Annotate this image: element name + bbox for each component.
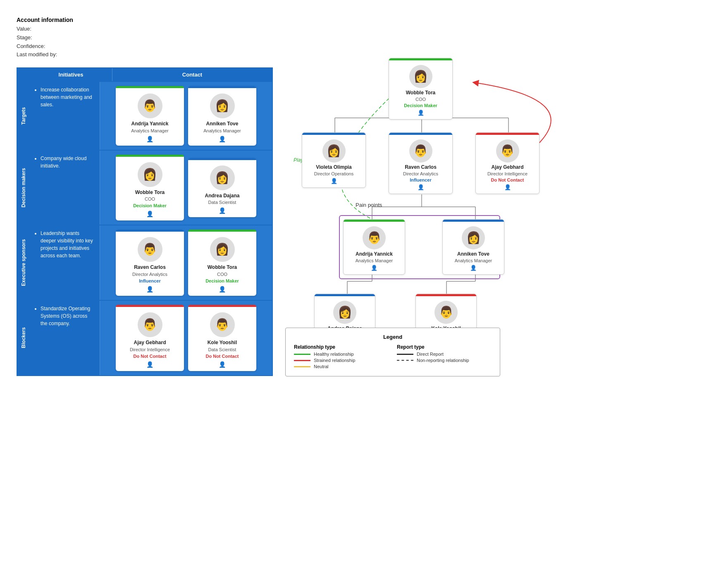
contact-ajay-blockers[interactable]: 👨 Ajay Gebhard Director Intelligence Do … xyxy=(116,305,184,371)
avatar: 👨 xyxy=(434,301,458,324)
avatar: 👨 xyxy=(210,312,235,337)
org-node-ajay[interactable]: 👨 Ajay Gebhard Director Intelligence Do … xyxy=(475,132,539,194)
account-stage: Stage: xyxy=(17,34,273,42)
node-bar xyxy=(416,294,476,296)
avatar: 👩 xyxy=(210,93,235,118)
legend-strained: Strained relationship xyxy=(294,358,389,363)
col-header-initiatives: Initiatives xyxy=(30,68,112,81)
person-icon: 👤 xyxy=(119,361,181,368)
node-bar xyxy=(315,294,375,296)
card-bar xyxy=(188,86,256,88)
legend-grid: Relationship type Healthy relationship S… xyxy=(294,344,492,370)
legend-healthy: Healthy relationship xyxy=(294,352,389,357)
org-node-andrija-right[interactable]: 👨 Andrija Yannick Analytics Manager 👤 xyxy=(343,219,405,275)
node-bar xyxy=(389,58,452,60)
contact-wobble-dm[interactable]: 👩 Wobble Tora COO Decision Maker 👤 xyxy=(116,155,184,221)
section-targets: Targets Increase collaboration between m… xyxy=(17,81,272,150)
avatar: 👨 xyxy=(138,312,162,337)
person-icon: 👤 xyxy=(119,286,181,292)
legend-relationship-title: Relationship type xyxy=(294,344,389,350)
contact-kole-blockers[interactable]: 👨 Kole Yooshil Data Scientist Do Not Con… xyxy=(188,305,256,371)
neutral-line xyxy=(294,366,310,367)
legend-report-col: Report type Direct Report Non-reporting … xyxy=(397,344,492,370)
person-icon: 👤 xyxy=(191,361,253,368)
section-label-targets: Targets xyxy=(17,82,30,150)
org-node-wobble-top[interactable]: 👩 Wobble Tora COO Decision Maker 👤 xyxy=(389,58,453,120)
contacts-executive-sponsors: 👨 Raven Carlos Director Analytics Influe… xyxy=(100,225,272,300)
contact-raven-es[interactable]: 👨 Raven Carlos Director Analytics Influe… xyxy=(116,230,184,296)
left-panel: Account information Value: Stage: Confid… xyxy=(17,17,273,376)
org-node-violeta[interactable]: 👩 Violeta Olimpia Director Operations 👤 xyxy=(302,132,366,188)
person-icon: 👤 xyxy=(393,110,448,116)
avatar: 👨 xyxy=(138,93,162,118)
col-header-contact: Contact xyxy=(112,68,272,81)
section-decision-makers: Decision makers Company wide cloud initi… xyxy=(17,150,272,225)
person-icon: 👤 xyxy=(480,184,535,190)
avatar: 👩 xyxy=(210,237,235,262)
card-bar xyxy=(188,305,256,307)
node-bar xyxy=(476,133,539,135)
avatar: 👩 xyxy=(333,301,356,324)
non-reporting-line xyxy=(397,360,413,361)
contacts-blockers: 👨 Ajay Gebhard Director Intelligence Do … xyxy=(100,301,272,375)
person-icon: 👤 xyxy=(191,207,253,214)
initiatives-executive-sponsors: Leadership wants deeper visibility into … xyxy=(30,225,100,300)
healthy-line xyxy=(294,354,310,355)
section-executive-sponsors: Executive sponsors Leadership wants deep… xyxy=(17,225,272,300)
person-icon: 👤 xyxy=(191,136,253,142)
account-title: Account information xyxy=(17,17,273,23)
avatar: 👩 xyxy=(409,65,432,88)
card-bar xyxy=(188,158,256,160)
legend-non-reporting: Non-reporting relationship xyxy=(397,358,492,363)
card-bar xyxy=(116,305,184,307)
contact-wobble-es[interactable]: 👩 Wobble Tora COO Decision Maker 👤 xyxy=(188,230,256,296)
account-last-modified: Last modified by: xyxy=(17,50,273,59)
org-node-anniken-right[interactable]: 👩 Anniken Tove Analytics Manager 👤 xyxy=(442,219,504,275)
avatar: 👨 xyxy=(363,226,386,249)
node-bar xyxy=(389,133,452,135)
person-icon: 👤 xyxy=(306,178,361,184)
card-bar xyxy=(188,230,256,232)
initiatives-table: Initiatives Contact Targets Increase col… xyxy=(17,67,273,376)
initiatives-blockers: Standardize Operating Systems (OS) acros… xyxy=(30,301,100,375)
avatar: 👩 xyxy=(322,139,346,163)
section-blockers: Blockers Standardize Operating Systems (… xyxy=(17,300,272,375)
legend-report-title: Report type xyxy=(397,344,492,350)
initiatives-targets: Increase collaboration between marketing… xyxy=(30,82,100,150)
section-label-blockers: Blockers xyxy=(17,301,30,375)
node-bar xyxy=(443,220,504,222)
legend: Legend Relationship type Healthy relatio… xyxy=(285,328,500,376)
section-label-decision-makers: Decision makers xyxy=(17,151,30,225)
card-bar xyxy=(116,155,184,157)
initiatives-decision-makers: Company wide cloud initiative. xyxy=(30,151,100,225)
legend-relationship-col: Relationship type Healthy relationship S… xyxy=(294,344,389,370)
legend-neutral: Neutral xyxy=(294,364,389,369)
card-bar xyxy=(116,230,184,232)
person-icon: 👤 xyxy=(191,286,253,292)
contact-anniken-targets[interactable]: 👩 Anniken Tove Analytics Manager 👤 xyxy=(188,86,256,146)
contact-andrea-dm[interactable]: 👩 Andrea Dajana Data Scientist 👤 xyxy=(188,158,256,218)
section-label-executive-sponsors: Executive sponsors xyxy=(17,225,30,300)
org-chart: Play tennis together Pain points 👩 Wobbl… xyxy=(285,17,715,389)
contacts-targets: 👨 Andrija Yannick Analytics Manager 👤 👩 … xyxy=(100,82,272,150)
avatar: 👨 xyxy=(409,139,432,163)
person-icon: 👤 xyxy=(348,265,401,271)
org-node-raven[interactable]: 👨 Raven Carlos Director Analytics Influe… xyxy=(389,132,453,194)
avatar: 👩 xyxy=(210,165,235,190)
node-bar xyxy=(302,133,365,135)
strained-line xyxy=(294,360,310,361)
right-panel: Play tennis together Pain points 👩 Wobbl… xyxy=(285,17,715,389)
contacts-decision-makers: 👩 Wobble Tora COO Decision Maker 👤 👩 And… xyxy=(100,151,272,225)
card-bar xyxy=(116,86,184,88)
person-icon: 👤 xyxy=(119,211,181,217)
contact-andrija-targets[interactable]: 👨 Andrija Yannick Analytics Manager 👤 xyxy=(116,86,184,146)
account-confidence: Confidence: xyxy=(17,42,273,51)
legend-direct-report: Direct Report xyxy=(397,352,492,357)
node-bar xyxy=(344,220,405,222)
account-value: Value: xyxy=(17,25,273,34)
person-icon: 👤 xyxy=(447,265,500,271)
avatar: 👩 xyxy=(138,162,162,187)
account-info: Account information Value: Stage: Confid… xyxy=(17,17,273,59)
avatar: 👩 xyxy=(462,226,485,249)
pain-points-label: Pain points xyxy=(356,202,382,208)
